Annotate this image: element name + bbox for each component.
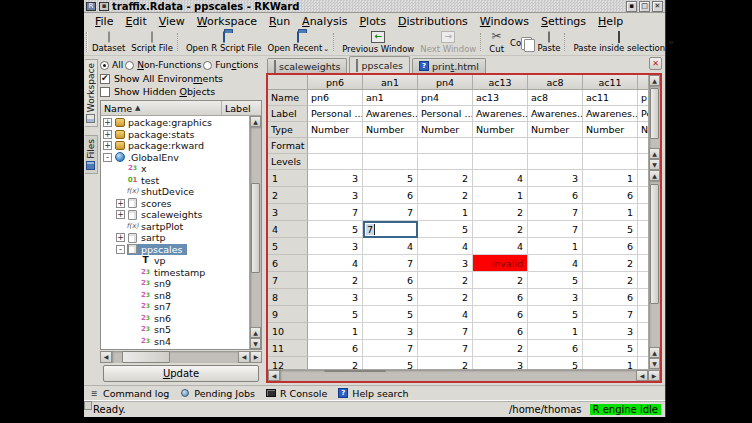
data-cell[interactable]: 3 bbox=[528, 170, 583, 187]
meta-cell[interactable] bbox=[363, 154, 418, 170]
data-cell[interactable]: 5 bbox=[418, 221, 473, 238]
data-cell[interactable]: 6 bbox=[528, 340, 583, 357]
meta-cell-partial[interactable]: N bbox=[638, 122, 648, 138]
data-cell[interactable]: 4 bbox=[418, 306, 473, 323]
data-cell[interactable]: 1 bbox=[473, 187, 528, 204]
data-cell[interactable]: 4 bbox=[473, 170, 528, 187]
tree-item-ppscales[interactable]: -ppscales bbox=[101, 244, 249, 256]
meta-cell[interactable] bbox=[363, 138, 418, 154]
data-cell[interactable]: 6 bbox=[308, 340, 363, 357]
radio-non-functions[interactable] bbox=[125, 61, 134, 70]
data-cell[interactable]: 5 bbox=[583, 340, 638, 357]
data-cell[interactable]: 1 bbox=[583, 170, 638, 187]
menu-help[interactable]: Help bbox=[592, 14, 629, 29]
tree-item-sn4[interactable]: 23sn4 bbox=[101, 336, 249, 348]
data-cell[interactable]: 3 bbox=[308, 170, 363, 187]
column-header-partial[interactable] bbox=[638, 75, 648, 90]
update-button[interactable]: Update bbox=[103, 365, 259, 382]
scroll-up-icon[interactable]: ▲ bbox=[649, 347, 660, 358]
side-tab-files[interactable]: Files bbox=[85, 135, 98, 174]
tool-view-command-log[interactable]: ≡Command log bbox=[89, 388, 169, 399]
data-cell-partial[interactable] bbox=[638, 221, 648, 238]
data-cell[interactable]: 1 bbox=[308, 323, 363, 340]
data-cell[interactable]: 7 bbox=[528, 221, 583, 238]
open-r-script-file-button[interactable]: Open R Script File bbox=[183, 30, 265, 54]
meta-cell-partial[interactable]: Pe bbox=[638, 106, 648, 122]
tool-view-help-search[interactable]: ?Help search bbox=[338, 388, 408, 399]
meta-cell[interactable]: Number bbox=[308, 122, 363, 138]
scroll-right-icon[interactable]: ▶ bbox=[648, 370, 660, 381]
data-cell[interactable]: 5 bbox=[528, 272, 583, 289]
row-header-8[interactable]: 8 bbox=[268, 289, 308, 306]
meta-row-header[interactable]: Format bbox=[268, 138, 308, 154]
data-vertical-scrollbar[interactable]: ▲ ▲ ▼ bbox=[648, 170, 660, 369]
data-cell-partial[interactable] bbox=[638, 204, 648, 221]
meta-cell-partial[interactable] bbox=[638, 138, 648, 154]
expander-icon[interactable]: - bbox=[103, 153, 112, 162]
data-cell[interactable]: 6 bbox=[473, 323, 528, 340]
tree-item-sn7[interactable]: 23sn7 bbox=[101, 301, 249, 313]
meta-cell[interactable]: Awarenes... bbox=[528, 106, 583, 122]
data-cell[interactable]: 2 bbox=[418, 272, 473, 289]
open-recent-button[interactable]: Open Recent⌄ bbox=[264, 30, 332, 54]
data-cell[interactable]: 4 bbox=[308, 255, 363, 272]
side-tab-workspace[interactable]: Workspace bbox=[85, 59, 98, 127]
expander-icon[interactable]: + bbox=[103, 141, 112, 150]
data-cell[interactable]: 7 bbox=[418, 340, 473, 357]
menu-plots[interactable]: Plots bbox=[353, 14, 391, 29]
data-cell[interactable]: 2 bbox=[473, 340, 528, 357]
data-cell-partial[interactable] bbox=[638, 357, 648, 369]
scroll-down-icon[interactable]: ▼ bbox=[649, 358, 660, 369]
metadata-vertical-scrollbar[interactable]: ▲ ▲ ▼ bbox=[648, 75, 660, 170]
meta-cell-partial[interactable] bbox=[638, 154, 648, 170]
meta-row-header[interactable]: Name bbox=[268, 90, 308, 106]
meta-cell[interactable]: pn6 bbox=[308, 90, 363, 106]
data-cell-partial[interactable] bbox=[638, 255, 648, 272]
row-header-1[interactable]: 1 bbox=[268, 170, 308, 187]
window-menu-icon[interactable]: ▪ bbox=[99, 2, 109, 11]
scroll-up-icon[interactable]: ▲ bbox=[649, 148, 660, 159]
data-cell[interactable]: 1 bbox=[418, 204, 473, 221]
data-cell[interactable]: 7 bbox=[583, 306, 638, 323]
meta-cell[interactable]: Number bbox=[363, 122, 418, 138]
row-header-9[interactable]: 9 bbox=[268, 306, 308, 323]
tree-item-sn3[interactable]: 23sn3 bbox=[101, 347, 249, 349]
row-header-7[interactable]: 7 bbox=[268, 272, 308, 289]
data-cell[interactable]: 1 bbox=[528, 238, 583, 255]
data-cell[interactable]: 2 bbox=[473, 204, 528, 221]
data-cell[interactable]: 5 bbox=[308, 221, 363, 238]
data-cell-partial[interactable] bbox=[638, 187, 648, 204]
meta-cell[interactable]: Number bbox=[528, 122, 583, 138]
toolbar-handle[interactable] bbox=[86, 32, 88, 52]
data-cell[interactable]: 2 bbox=[583, 272, 638, 289]
data-cell[interactable]: 2 bbox=[418, 289, 473, 306]
meta-cell[interactable] bbox=[418, 154, 473, 170]
data-cell-partial[interactable] bbox=[638, 340, 648, 357]
data-cell[interactable]: 7 bbox=[528, 204, 583, 221]
data-cell[interactable]: 5 bbox=[528, 306, 583, 323]
checkbox-label-show-hidden-objects[interactable]: Show Hidden Objects bbox=[114, 86, 215, 97]
invalid-cell[interactable]: invalid bbox=[473, 255, 528, 272]
tree-item-sartp[interactable]: +sartp bbox=[101, 232, 249, 244]
data-cell[interactable]: 5 bbox=[528, 357, 583, 369]
meta-cell[interactable]: Awarenes... bbox=[363, 106, 418, 122]
data-cell[interactable]: 3 bbox=[583, 323, 638, 340]
tree-item-vp[interactable]: Tvp bbox=[101, 255, 249, 267]
tree-item-timestamp[interactable]: 23timestamp bbox=[101, 267, 249, 279]
tree-item-globalenv[interactable]: -.GlobalEnv bbox=[101, 152, 249, 164]
data-cell[interactable]: 4 bbox=[473, 238, 528, 255]
paste-inside-selection-button[interactable]: Paste inside selection bbox=[570, 30, 668, 54]
data-cell[interactable]: 6 bbox=[363, 187, 418, 204]
data-cell[interactable]: 2 bbox=[308, 357, 363, 369]
tree-item-sn9[interactable]: 23sn9 bbox=[101, 278, 249, 290]
tree-item-sartpplot[interactable]: f(x)sartpPlot bbox=[101, 221, 249, 233]
tool-view-pending-jobs[interactable]: Pending Jobs bbox=[180, 388, 255, 399]
meta-cell[interactable] bbox=[418, 138, 473, 154]
tree-column-label[interactable]: Label bbox=[221, 101, 261, 115]
scroll-up-icon[interactable]: ▲ bbox=[250, 327, 261, 338]
menu-windows[interactable]: Windows bbox=[474, 14, 535, 29]
data-cell[interactable]: 2 bbox=[418, 357, 473, 369]
menu-analysis[interactable]: Analysis bbox=[296, 14, 353, 29]
data-cell-partial[interactable] bbox=[638, 289, 648, 306]
copy-button[interactable]: Copy bbox=[507, 30, 535, 54]
